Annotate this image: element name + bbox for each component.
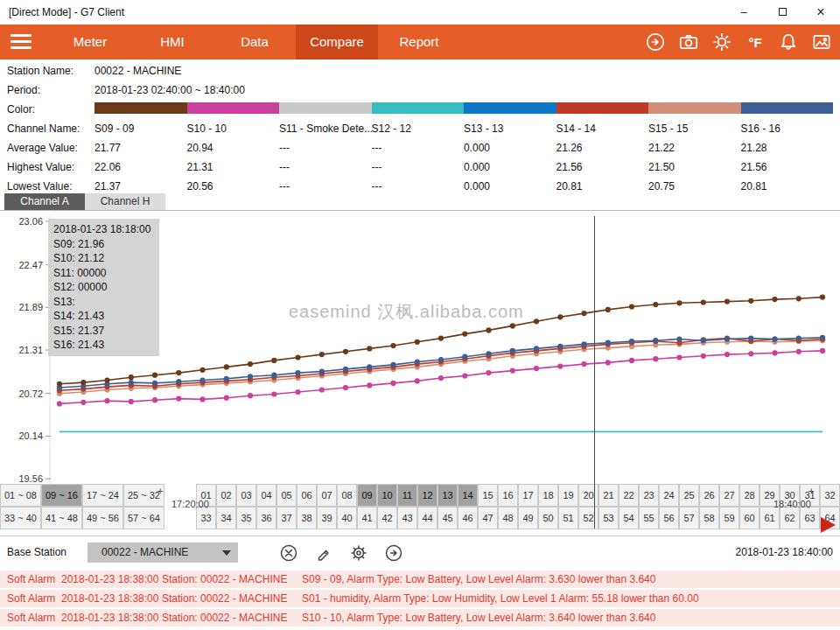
channel-name: S11 - Smoke Dete... xyxy=(279,122,372,135)
channel-number-cell[interactable]: 55 xyxy=(639,507,659,529)
minimize-button[interactable]: – xyxy=(724,0,763,24)
channel-number-cell[interactable]: 52 xyxy=(578,507,598,529)
plus-right-icon[interactable]: + xyxy=(808,486,814,496)
sync-icon[interactable] xyxy=(644,31,667,53)
y-axis-label: 20.14 xyxy=(18,430,43,441)
channel-number-cell[interactable]: 09 xyxy=(357,484,377,507)
channel-number-cell[interactable]: 14 xyxy=(458,484,478,507)
nav-tab-meter[interactable]: Meter xyxy=(49,24,131,60)
clear-icon[interactable] xyxy=(278,542,299,564)
channel-number-cell[interactable]: 39 xyxy=(317,507,337,529)
channel-number-cell[interactable]: 34 xyxy=(216,507,236,529)
channel-number-cell[interactable]: 44 xyxy=(417,507,438,529)
nav-tab-data[interactable]: Data xyxy=(214,24,296,60)
scroll-right-arrow[interactable] xyxy=(821,517,836,533)
channel-number-cell[interactable]: 11 xyxy=(397,484,417,507)
channel-number-cell[interactable]: 21 xyxy=(598,484,619,507)
camera-icon[interactable] xyxy=(677,31,700,53)
channel-number-cell[interactable]: 37 xyxy=(276,507,297,529)
channel-number-cell[interactable]: 45 xyxy=(438,507,458,529)
hamburger-menu-icon[interactable] xyxy=(10,34,32,49)
edit-icon[interactable] xyxy=(313,542,334,564)
channel-number-cell[interactable]: 49 xyxy=(518,507,538,529)
channel-number-cell[interactable]: 12 xyxy=(417,484,438,507)
channel-number-cell[interactable]: 59 xyxy=(719,507,739,529)
settings-gear-icon[interactable] xyxy=(348,542,369,564)
channel-number-cell[interactable]: 23 xyxy=(639,484,659,507)
channel-number-cell[interactable]: 08 xyxy=(337,484,357,507)
alarm-row[interactable]: Soft Alarm2018-01-23 18:38:00Station: 00… xyxy=(0,609,840,626)
chart-area[interactable]: easemind 汉枫.alibaba.com 23.0622.4721.892… xyxy=(0,210,840,536)
channel-number-cell[interactable]: 04 xyxy=(256,484,276,507)
channel-range-cell[interactable]: 49 ~ 56 xyxy=(82,507,123,529)
channel-number-cell[interactable]: 27 xyxy=(719,484,739,507)
plus-left-icon[interactable]: + xyxy=(158,486,163,496)
channel-number-cell[interactable]: 40 xyxy=(337,507,357,529)
image-export-icon[interactable] xyxy=(810,31,833,53)
channel-number-cell[interactable]: 25 xyxy=(679,484,699,507)
alarm-row[interactable]: Soft Alarm2018-01-23 18:38:00Station: 00… xyxy=(0,570,840,588)
channel-number-cell[interactable]: 47 xyxy=(478,507,498,529)
temperature-unit-toggle[interactable]: °F xyxy=(744,31,766,53)
channel-number-cell[interactable]: 57 xyxy=(679,507,699,529)
channel-color-swatch xyxy=(187,102,280,114)
go-arrow-icon[interactable] xyxy=(383,542,404,564)
channel-number-cell[interactable]: 41 xyxy=(357,507,377,529)
channel-number-cell[interactable]: 26 xyxy=(699,484,719,507)
channel-number-cell[interactable]: 20 xyxy=(578,484,598,507)
nav-tab-hmi[interactable]: HMI xyxy=(131,24,214,60)
channel-number-cell[interactable]: 06 xyxy=(297,484,317,507)
channel-number-cell[interactable]: 24 xyxy=(659,484,679,507)
channel-range-cell[interactable]: 41 ~ 48 xyxy=(41,507,82,529)
station-name-label: Station Name: xyxy=(7,65,74,77)
channel-number-cell[interactable]: 48 xyxy=(498,507,518,529)
channel-number-cell[interactable]: 02 xyxy=(216,484,236,507)
alarm-row[interactable]: Soft Alarm2018-01-23 18:38:00Station: 00… xyxy=(0,590,840,607)
channel-number-cell[interactable]: 05 xyxy=(276,484,297,507)
tab-channel-a[interactable]: Channel A xyxy=(4,193,85,210)
channel-number-cell[interactable]: 43 xyxy=(397,507,417,529)
channel-number-cell[interactable]: 16 xyxy=(498,484,518,507)
channel-number-cell[interactable]: 51 xyxy=(558,507,578,529)
base-station-dropdown[interactable]: 00022 - MACHINE xyxy=(88,542,238,563)
channel-number-cell[interactable]: 50 xyxy=(538,507,558,529)
channel-number-cell[interactable]: 63 xyxy=(800,507,820,529)
channel-number-cell[interactable]: 19 xyxy=(558,484,578,507)
channel-number-cell[interactable]: 13 xyxy=(438,484,458,507)
channel-number-cell[interactable]: 42 xyxy=(377,507,397,529)
tab-channel-h[interactable]: Channel H xyxy=(85,193,165,210)
channel-range-cell[interactable]: 01 ~ 08 xyxy=(0,484,41,507)
channel-number-cell[interactable]: 03 xyxy=(236,484,256,507)
channel-number-cell[interactable]: 15 xyxy=(478,484,498,507)
channel-number-cell[interactable]: 28 xyxy=(739,484,760,507)
channel-number-cell[interactable]: 38 xyxy=(297,507,317,529)
channel-number-cell[interactable]: 32 xyxy=(820,484,840,507)
channel-range-cell[interactable]: 17 ~ 24 xyxy=(82,484,123,507)
channel-number-cell[interactable]: 62 xyxy=(780,507,800,529)
channel-number-cell[interactable]: 54 xyxy=(619,507,639,529)
channel-number-cell[interactable]: 46 xyxy=(458,507,478,529)
channel-range-cell[interactable]: 33 ~ 40 xyxy=(0,507,41,529)
channel-number-cell[interactable]: 56 xyxy=(659,507,679,529)
channel-number-cell[interactable]: 61 xyxy=(760,507,780,529)
channel-number-cell[interactable]: 35 xyxy=(236,507,256,529)
channel-number-cell[interactable]: 60 xyxy=(739,507,760,529)
channel-range-cell[interactable]: 57 ~ 64 xyxy=(123,507,164,529)
channel-number-cell[interactable]: 18 xyxy=(538,484,558,507)
channel-number-cell[interactable]: 07 xyxy=(317,484,337,507)
maximize-button[interactable] xyxy=(763,0,802,24)
brightness-icon[interactable] xyxy=(710,31,733,53)
close-button[interactable]: × xyxy=(802,0,840,24)
channel-number-cell[interactable]: 10 xyxy=(377,484,397,507)
channel-number-cell[interactable]: 33 xyxy=(196,507,216,529)
channel-range-cell[interactable]: 09 ~ 16 xyxy=(41,484,82,507)
nav-tab-compare[interactable]: Compare xyxy=(296,24,378,60)
channel-number-cell[interactable]: 22 xyxy=(619,484,639,507)
channel-number-cell[interactable]: 17 xyxy=(518,484,538,507)
data-point-s10 xyxy=(748,351,753,356)
channel-number-cell[interactable]: 53 xyxy=(598,507,619,529)
alarm-bell-icon[interactable] xyxy=(777,31,800,53)
channel-number-cell[interactable]: 36 xyxy=(256,507,276,529)
nav-tab-report[interactable]: Report xyxy=(378,24,460,60)
channel-number-cell[interactable]: 58 xyxy=(699,507,719,529)
